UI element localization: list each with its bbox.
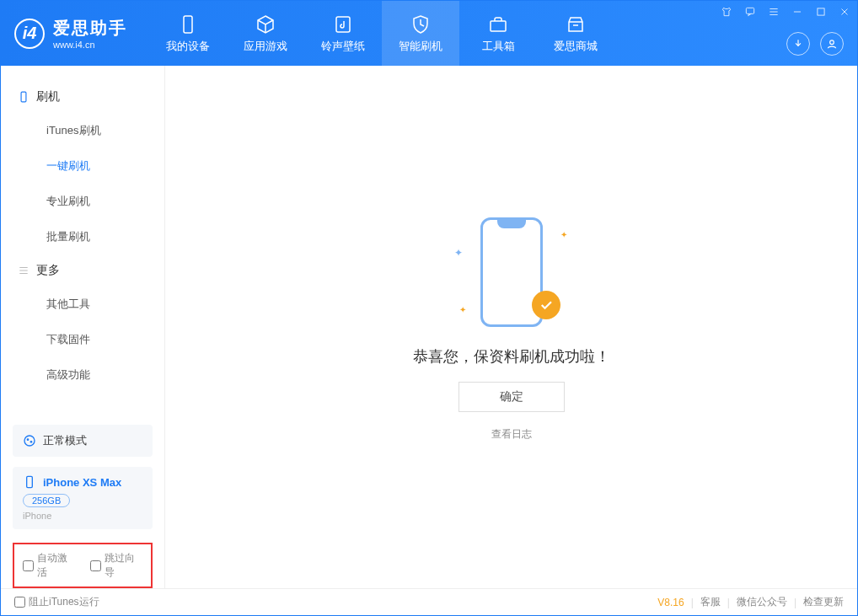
svg-point-8 — [27, 438, 29, 441]
download-button[interactable] — [786, 32, 810, 56]
tab-label: 铃声壁纸 — [321, 39, 365, 54]
device-capacity: 256GB — [23, 494, 70, 507]
block-itunes-label: 阻止iTunes运行 — [29, 595, 99, 609]
sidebar-group-more: 更多 — [1, 254, 164, 287]
tab-label: 智能刷机 — [399, 39, 442, 54]
block-itunes-input[interactable] — [14, 597, 25, 608]
auto-activate-checkbox[interactable]: 自动激活 — [23, 551, 75, 580]
sidebar-group-flash: 刷机 — [1, 81, 164, 113]
window-controls — [721, 6, 850, 21]
shield-icon — [410, 13, 432, 35]
sidebar-item-download-firmware[interactable]: 下载固件 — [1, 322, 164, 357]
app-header: i4 爱思助手 www.i4.cn 我的设备 应用游戏 铃声壁纸 智能刷机 工具… — [1, 1, 857, 66]
tab-label: 我的设备 — [166, 39, 210, 54]
app-title: 爱思助手 — [53, 17, 127, 40]
device-card[interactable]: iPhone XS Max 256GB iPhone — [13, 467, 153, 529]
tab-ringtone-wallpaper[interactable]: 铃声壁纸 — [304, 1, 382, 66]
svg-rect-10 — [27, 476, 33, 487]
music-icon — [332, 13, 354, 35]
wechat-link[interactable]: 微信公众号 — [737, 595, 787, 609]
svg-rect-6 — [21, 92, 26, 102]
tab-label: 爱思商城 — [554, 39, 598, 54]
version-label: V8.16 — [657, 597, 684, 608]
app-subtitle: www.i4.cn — [53, 40, 127, 50]
feedback-icon[interactable] — [744, 6, 756, 21]
mode-indicator[interactable]: 正常模式 — [13, 425, 153, 457]
logo-area: i4 爱思助手 www.i4.cn — [1, 17, 141, 50]
success-illustration: ✦ ✦ ✦ — [469, 213, 554, 331]
block-itunes-checkbox[interactable]: 阻止iTunes运行 — [14, 595, 99, 609]
skip-guide-input[interactable] — [90, 560, 101, 571]
svg-point-5 — [830, 40, 834, 45]
sparkle-icon: ✦ — [459, 305, 466, 314]
sparkle-icon: ✦ — [454, 247, 463, 259]
sidebar-item-itunes-flash[interactable]: iTunes刷机 — [1, 113, 164, 148]
header-actions — [786, 32, 844, 56]
mode-label: 正常模式 — [43, 433, 87, 448]
sparkle-icon: ✦ — [560, 230, 567, 239]
sidebar-item-oneclick-flash[interactable]: 一键刷机 — [1, 148, 164, 184]
tab-smart-flash[interactable]: 智能刷机 — [382, 1, 459, 66]
main-content: ✦ ✦ ✦ 恭喜您，保资料刷机成功啦！ 确定 查看日志 — [165, 66, 857, 588]
mode-icon — [23, 434, 36, 447]
sidebar-item-advanced[interactable]: 高级功能 — [1, 357, 164, 393]
tab-label: 工具箱 — [482, 39, 515, 54]
device-kind: iPhone — [23, 511, 142, 521]
maximize-button[interactable] — [815, 6, 827, 21]
auto-activate-label: 自动激活 — [37, 551, 75, 580]
svg-rect-1 — [336, 17, 350, 32]
view-log-link[interactable]: 查看日志 — [491, 427, 532, 442]
tab-label: 应用游戏 — [244, 39, 287, 54]
svg-rect-4 — [818, 8, 824, 15]
check-badge-icon — [532, 291, 560, 319]
phone-icon — [18, 91, 29, 103]
sidebar-item-batch-flash[interactable]: 批量刷机 — [1, 219, 164, 254]
tab-store[interactable]: 爱思商城 — [537, 1, 614, 66]
support-link[interactable]: 客服 — [700, 595, 721, 609]
sidebar-item-pro-flash[interactable]: 专业刷机 — [1, 184, 164, 219]
device-icon — [177, 13, 199, 35]
menu-icon[interactable] — [768, 6, 780, 21]
logo-icon: i4 — [14, 19, 45, 49]
svg-rect-0 — [184, 16, 192, 33]
phone-icon — [23, 475, 36, 489]
group-title: 更多 — [36, 263, 60, 278]
store-icon — [565, 13, 587, 35]
minimize-button[interactable] — [791, 6, 803, 21]
svg-rect-2 — [491, 21, 506, 31]
auto-activate-input[interactable] — [23, 560, 34, 571]
list-icon — [18, 265, 29, 276]
flash-options-highlight: 自动激活 跳过向导 — [13, 543, 153, 588]
svg-rect-3 — [746, 8, 753, 13]
cube-icon — [255, 13, 276, 35]
skin-icon[interactable] — [721, 6, 732, 21]
svg-point-7 — [24, 436, 35, 446]
user-button[interactable] — [820, 32, 844, 56]
sidebar-item-other-tools[interactable]: 其他工具 — [1, 287, 164, 322]
close-button[interactable] — [839, 6, 850, 21]
success-message: 恭喜您，保资料刷机成功啦！ — [413, 346, 610, 367]
skip-guide-checkbox[interactable]: 跳过向导 — [90, 551, 142, 580]
check-update-link[interactable]: 检查更新 — [803, 595, 844, 609]
nav-tabs: 我的设备 应用游戏 铃声壁纸 智能刷机 工具箱 爱思商城 — [149, 1, 614, 66]
tab-apps-games[interactable]: 应用游戏 — [227, 1, 304, 66]
tab-my-device[interactable]: 我的设备 — [149, 1, 227, 66]
separator: | — [727, 597, 730, 608]
svg-point-9 — [30, 441, 33, 443]
status-bar: 阻止iTunes运行 V8.16 | 客服 | 微信公众号 | 检查更新 — [1, 588, 857, 615]
skip-guide-label: 跳过向导 — [105, 551, 142, 580]
ok-button[interactable]: 确定 — [458, 382, 565, 412]
device-name: iPhone XS Max — [43, 476, 121, 489]
separator: | — [794, 597, 796, 608]
group-title: 刷机 — [36, 89, 60, 104]
tab-toolbox[interactable]: 工具箱 — [459, 1, 537, 66]
sidebar: 刷机 iTunes刷机 一键刷机 专业刷机 批量刷机 更多 其他工具 下载固件 … — [1, 66, 165, 588]
toolbox-icon — [487, 13, 509, 35]
separator: | — [691, 597, 694, 608]
